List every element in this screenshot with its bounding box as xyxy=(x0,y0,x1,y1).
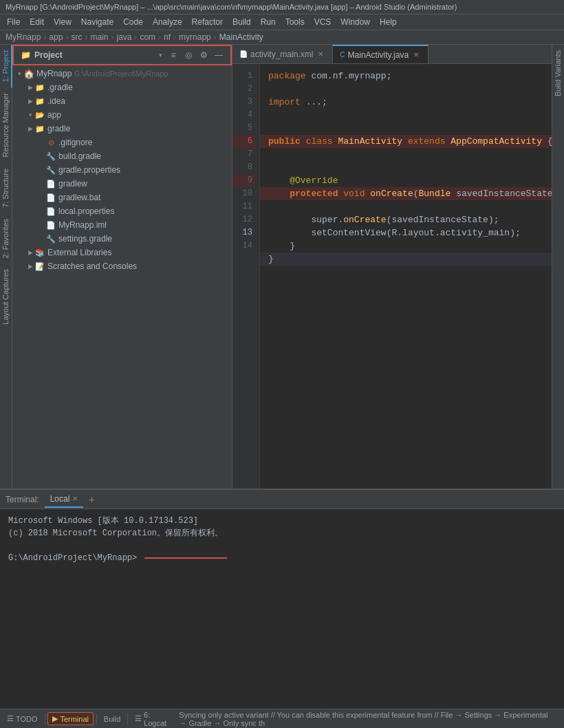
main-content: 1: Project Resource Manager 7: Structure… xyxy=(0,45,564,489)
java-tab-icon: C xyxy=(340,51,345,58)
folder-open-icon: 📂 xyxy=(34,109,45,120)
breadcrumb-java[interactable]: java xyxy=(116,32,131,42)
close-xml-tab-button[interactable]: ✕ xyxy=(316,50,325,59)
tree-item-gradle[interactable]: ▶ 📁 gradle xyxy=(12,122,232,136)
menu-bar: File Edit View Navigate Code Analyze Ref… xyxy=(0,14,564,30)
tab-mainactivity-java[interactable]: C MainActivity.java ✕ xyxy=(333,45,429,63)
tree-root-myrnapp[interactable]: ▾ 🏠 MyRnapp G:\AndroidProject\MyRnapp xyxy=(12,67,232,81)
menu-navigate[interactable]: Navigate xyxy=(77,16,118,28)
tree-item-external-libraries[interactable]: ▶ 📚 External Libraries xyxy=(12,246,232,259)
logcat-button[interactable]: ☰ 6: Logcat xyxy=(131,709,172,729)
line-numbers: 1 2 3 4 5 6 7 8 9 10 11 12 13 14 xyxy=(232,64,260,489)
menu-build[interactable]: Build xyxy=(228,16,255,28)
breadcrumb-myrnapp2[interactable]: myrnapp xyxy=(179,32,211,42)
breadcrumb-myrnapp[interactable]: MyRnapp xyxy=(6,32,41,42)
tree-item-label: gradle xyxy=(47,124,70,133)
tab-activity-main-xml[interactable]: 📄 activity_main.xml ✕ xyxy=(232,45,333,63)
menu-run[interactable]: Run xyxy=(257,16,280,28)
tree-item-gitignore[interactable]: ▶ ⊘ .gitignore xyxy=(12,136,232,149)
terminal-local-tab[interactable]: Local ✕ xyxy=(45,491,84,508)
sidebar-tab-project[interactable]: 1: Project xyxy=(0,45,12,87)
breadcrumb-main[interactable]: main xyxy=(90,32,108,42)
project-tree: ▾ 🏠 MyRnapp G:\AndroidProject\MyRnapp ▶ … xyxy=(12,65,232,489)
breadcrumb: MyRnapp › app › src › main › java › com … xyxy=(0,30,564,45)
terminal-content[interactable]: Microsoft Windows [版本 10.0.17134.523] (c… xyxy=(0,509,564,709)
tree-item-gradlew-bat[interactable]: ▶ 📄 gradlew.bat xyxy=(12,191,232,204)
breadcrumb-nf[interactable]: nf xyxy=(164,32,171,42)
close-java-tab-button[interactable]: ✕ xyxy=(411,50,421,60)
gradle-props-icon: 🔧 xyxy=(45,164,56,175)
tree-item-settings-gradle[interactable]: ▶ 🔧 settings.gradle xyxy=(12,232,232,246)
tree-item-local-properties[interactable]: ▶ 📄 local.properties xyxy=(12,204,232,218)
tree-item-gradle-properties[interactable]: ▶ 🔧 gradle.properties xyxy=(12,163,232,177)
menu-help[interactable]: Help xyxy=(376,16,401,28)
breadcrumb-app[interactable]: app xyxy=(49,32,63,42)
right-sidebar-tabs: Build Variants xyxy=(552,45,564,489)
tree-item-app[interactable]: ▾ 📂 app xyxy=(12,108,232,122)
todo-text: TODO xyxy=(16,715,38,723)
title-text: MyRnapp [G:\AndroidProject\MyRnapp] – ..… xyxy=(6,3,457,11)
tree-item-label: settings.gradle xyxy=(58,234,112,244)
tree-item-label: .gitignore xyxy=(58,138,92,147)
settings-gradle-icon: 🔧 xyxy=(45,233,56,244)
menu-analyze[interactable]: Analyze xyxy=(149,16,186,28)
close-panel-button[interactable]: — xyxy=(213,49,225,61)
sidebar-tab-layout-captures[interactable]: Layout Captures xyxy=(0,264,12,330)
add-terminal-button[interactable]: + xyxy=(86,493,97,506)
tree-item-label: gradle.properties xyxy=(58,165,120,175)
project-panel: 📁 Project ▾ ≡ ◎ ⚙ — ▾ 🏠 MyRnapp G:\Andro… xyxy=(12,45,232,489)
menu-window[interactable]: Window xyxy=(336,16,374,28)
collapse-all-button[interactable]: ≡ xyxy=(167,49,180,61)
menu-view[interactable]: View xyxy=(50,16,76,28)
settings-button[interactable]: ⚙ xyxy=(197,49,210,61)
close-local-tab-button[interactable]: ✕ xyxy=(72,495,78,502)
scratch-icon: 📝 xyxy=(34,261,45,272)
breadcrumb-src[interactable]: src xyxy=(71,32,82,42)
gradlew-icon: 📄 xyxy=(45,178,56,189)
scroll-to-center-button[interactable]: ◎ xyxy=(182,49,195,61)
sidebar-tab-structure[interactable]: 7: Structure xyxy=(0,163,12,213)
toolbar-separator-3 xyxy=(127,714,128,725)
menu-file[interactable]: File xyxy=(3,16,24,28)
title-bar: MyRnapp [G:\AndroidProject\MyRnapp] – ..… xyxy=(0,0,564,14)
tree-item-label: External Libraries xyxy=(47,248,111,257)
terminal-line-2: (c) 2018 Microsoft Corporation。保留所有权利。 xyxy=(8,527,556,539)
todo-button[interactable]: ☰ TODO xyxy=(3,713,42,725)
status-message: Syncing only active variant // You can d… xyxy=(175,709,561,729)
menu-code[interactable]: Code xyxy=(119,16,147,28)
tree-item-scratches[interactable]: ▶ 📝 Scratches and Consoles xyxy=(12,259,232,273)
menu-refactor[interactable]: Refactor xyxy=(188,16,227,28)
build-button[interactable]: Build xyxy=(100,714,124,725)
build-label: Build xyxy=(104,715,120,723)
sidebar-tab-resource-manager[interactable]: Resource Manager xyxy=(0,87,12,163)
menu-tools[interactable]: Tools xyxy=(281,16,309,28)
terminal-toolbar-button[interactable]: ▶ Terminal xyxy=(47,712,94,725)
menu-vcs[interactable]: VCS xyxy=(310,16,336,28)
breadcrumb-com[interactable]: com xyxy=(140,32,155,42)
code-content[interactable]: package com.nf.myrnapp; import ...; publ… xyxy=(260,64,552,489)
tree-item-label: local.properties xyxy=(58,206,114,216)
tree-item-build-gradle[interactable]: ▶ 🔧 build.gradle xyxy=(12,149,232,163)
tree-item-gradlew[interactable]: ▶ 📄 gradlew xyxy=(12,177,232,191)
sidebar-tab-favorites[interactable]: 2: Favorites xyxy=(0,213,12,264)
editor-area: 📄 activity_main.xml ✕ C MainActivity.jav… xyxy=(232,45,552,489)
tree-item-label: gradlew.bat xyxy=(58,193,100,202)
code-editor[interactable]: 1 2 3 4 5 6 7 8 9 10 11 12 13 14 package… xyxy=(232,64,552,489)
folder-icon: 📁 xyxy=(34,82,45,93)
project-panel-title: Project xyxy=(34,50,153,60)
terminal-btn-label: Terminal xyxy=(60,715,89,723)
breadcrumb-mainactivity[interactable]: MainActivity xyxy=(219,32,263,42)
menu-edit[interactable]: Edit xyxy=(25,16,48,28)
gradle-file-icon: 🔧 xyxy=(45,151,56,162)
bottom-panel: Terminal: Local ✕ + Microsoft Windows [版… xyxy=(0,489,564,709)
tree-item-label: app xyxy=(47,110,61,120)
tree-item-gradle-hidden[interactable]: ▶ 📁 .gradle xyxy=(12,81,232,94)
toolbar-separator-1 xyxy=(45,714,45,725)
ext-lib-icon: 📚 xyxy=(34,247,45,258)
iml-file-icon: 📄 xyxy=(45,220,56,231)
tab-label: MainActivity.java xyxy=(348,50,409,60)
tree-item-idea[interactable]: ▶ 📁 .idea xyxy=(12,94,232,108)
tree-item-myrnapp-iml[interactable]: ▶ 📄 MyRnapp.iml xyxy=(12,218,232,232)
tree-item-label: build.gradle xyxy=(58,151,101,161)
sidebar-tab-build-variants[interactable]: Build Variants xyxy=(552,45,565,102)
